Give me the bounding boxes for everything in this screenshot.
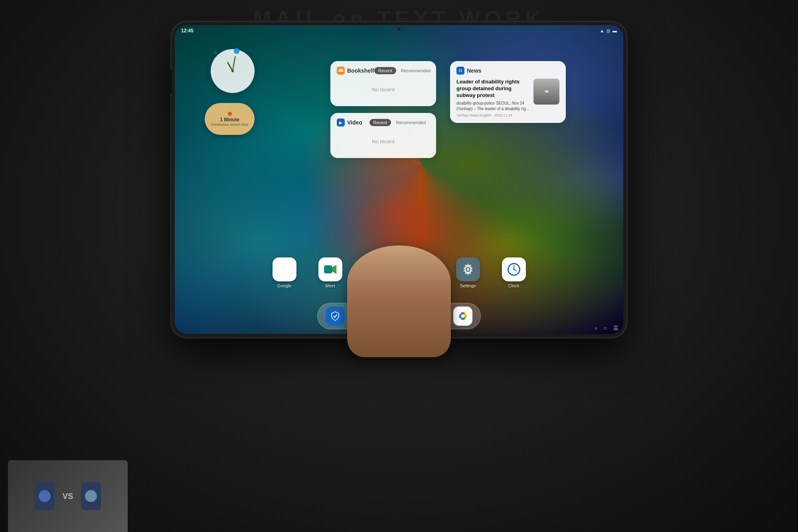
status-time: 12:45 [181, 28, 194, 34]
wifi-icon: ▲ [600, 28, 604, 33]
app-meet[interactable]: Meet [318, 257, 342, 288]
scene-wrapper: MAIL on TEXT WORK 12:45 ▲ ||| ▬ [0, 0, 798, 532]
clock-center [231, 70, 234, 72]
status-bar: 12:45 ▲ ||| ▬ [175, 25, 623, 36]
news-content: Leader of disability rights group detain… [456, 79, 559, 117]
app-settings[interactable]: Settings [456, 257, 480, 288]
clock-gear-icon: ⚙ [213, 50, 217, 55]
minute-hand [232, 56, 236, 71]
bottom-scene: VS [0, 452, 798, 532]
dock-security[interactable] [326, 307, 345, 326]
bookshelf-title: Bookshelf [347, 67, 374, 74]
video-widget: ▶ Video Recent Recommended No recent [330, 113, 436, 158]
bookshelf-title-row: 📖 Bookshelf [337, 67, 374, 75]
clock-widget [211, 49, 255, 93]
screentime-amount: 1 Minute [220, 117, 239, 123]
bottom-left-image: VS [8, 460, 128, 532]
nav-bar: ‹ ○ ☰ [575, 322, 623, 334]
clock-badge [234, 48, 239, 54]
app-google[interactable]: Google [273, 257, 296, 288]
camera-dot [397, 28, 401, 31]
screentime-label: Continuous screen time [211, 123, 249, 127]
home-button[interactable]: ○ [604, 325, 607, 331]
news-body: disability group-police SEOUL, Nov 24 (Y… [456, 101, 529, 112]
svg-point-16 [467, 268, 469, 271]
tablet-holder: 12:45 ▲ ||| ▬ ⚙ [172, 22, 626, 337]
bookshelf-icon: 📖 [337, 67, 345, 75]
bookshelf-recommended-tab[interactable]: Recommended [397, 67, 435, 74]
app-clock[interactable]: Clock [502, 257, 526, 288]
meet-label: Meet [325, 283, 335, 288]
bookshelf-tabs: Recent Recommended [374, 67, 435, 74]
svg-point-21 [513, 269, 515, 270]
video-no-recent: No recent [337, 131, 430, 152]
dock-photos[interactable] [453, 307, 472, 326]
clock-label: Clock [508, 283, 519, 288]
settings-icon[interactable] [456, 257, 480, 281]
settings-label: Settings [460, 283, 476, 288]
hand-silhouette [347, 245, 451, 357]
screentime-dot [228, 112, 232, 116]
news-thumb-inner: 📰 [533, 79, 559, 105]
news-headline: Leader of disability rights group detain… [456, 79, 529, 99]
back-button[interactable]: ‹ [595, 325, 597, 331]
screentime-widget[interactable]: 1 Minute Continuous screen time [205, 103, 255, 135]
news-icon: N [456, 67, 464, 75]
svg-point-36 [461, 314, 464, 318]
video-title-row: ▶ Video [337, 119, 362, 127]
video-recent-tab[interactable]: Recent [369, 119, 391, 126]
bookshelf-widget: 📖 Bookshelf Recent Recommended No recent [330, 61, 436, 106]
news-widget: N News Leader of disability rights group… [450, 61, 566, 123]
signal-icon: ||| [606, 28, 610, 33]
video-tabs: Recent Recommended [369, 119, 430, 126]
video-title: Video [347, 119, 362, 126]
news-header: N News [456, 67, 559, 75]
video-recommended-tab[interactable]: Recommended [392, 119, 430, 126]
recents-button[interactable]: ☰ [613, 325, 618, 331]
video-icon: ▶ [337, 119, 345, 127]
status-icons: ▲ ||| ▬ [600, 28, 617, 33]
battery-icon: ▬ [612, 28, 617, 33]
news-thumbnail: 📰 [533, 79, 559, 105]
svg-rect-1 [324, 266, 332, 273]
side-button [170, 70, 172, 94]
meet-icon[interactable] [318, 257, 342, 281]
news-title-row: N News [456, 67, 482, 75]
clock-icon[interactable] [502, 257, 526, 281]
google-label: Google [277, 283, 291, 288]
bookshelf-no-recent: No recent [337, 79, 430, 101]
video-header: ▶ Video Recent Recommended [337, 119, 430, 127]
news-source: Yonhap News English · 2023.11.24 [456, 113, 529, 117]
bookshelf-recent-tab[interactable]: Recent [374, 67, 396, 74]
google-icon[interactable] [273, 257, 296, 281]
news-title: News [467, 67, 482, 74]
bookshelf-header: 📖 Bookshelf Recent Recommended [337, 67, 430, 75]
